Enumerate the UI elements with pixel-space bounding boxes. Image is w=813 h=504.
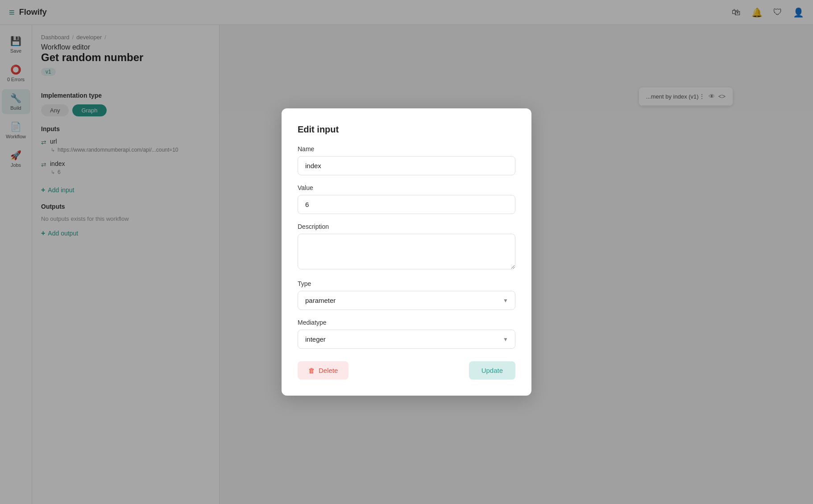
modal-footer: 🗑 Delete Update <box>298 361 515 380</box>
mediatype-select[interactable]: integer string boolean number array obje… <box>298 330 515 349</box>
value-group: Value <box>298 184 515 214</box>
type-select-wrapper: parameter body header query ▼ <box>298 291 515 310</box>
delete-icon: 🗑 <box>308 367 315 374</box>
description-textarea[interactable] <box>298 234 515 269</box>
type-group: Type parameter body header query ▼ <box>298 280 515 310</box>
description-label: Description <box>298 223 515 230</box>
name-label: Name <box>298 145 515 153</box>
modal-title: Edit input <box>298 124 515 135</box>
delete-button[interactable]: 🗑 Delete <box>298 361 348 380</box>
mediatype-group: Mediatype integer string boolean number … <box>298 319 515 349</box>
modal-overlay: Edit input Name Value Description Type p… <box>0 0 813 504</box>
value-input[interactable] <box>298 195 515 214</box>
name-input[interactable] <box>298 156 515 175</box>
name-group: Name <box>298 145 515 175</box>
type-label: Type <box>298 280 515 287</box>
mediatype-label: Mediatype <box>298 319 515 326</box>
mediatype-select-wrapper: integer string boolean number array obje… <box>298 330 515 349</box>
delete-label: Delete <box>319 367 338 374</box>
update-button[interactable]: Update <box>469 361 515 380</box>
value-label: Value <box>298 184 515 191</box>
type-select[interactable]: parameter body header query <box>298 291 515 310</box>
description-group: Description <box>298 223 515 271</box>
edit-input-modal: Edit input Name Value Description Type p… <box>282 108 531 396</box>
